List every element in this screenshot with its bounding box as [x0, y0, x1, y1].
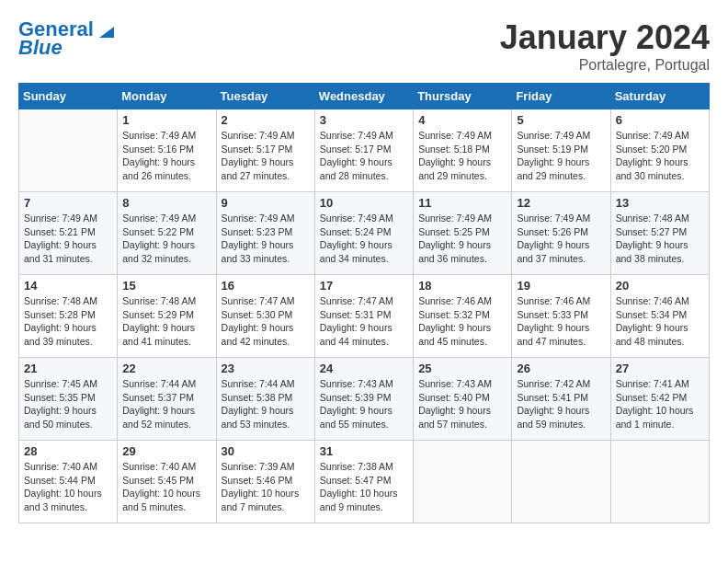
day-number: 18: [418, 279, 506, 293]
calendar-cell: 28Sunrise: 7:40 AMSunset: 5:44 PMDayligh…: [19, 441, 118, 523]
calendar-cell: 4Sunrise: 7:49 AMSunset: 5:18 PMDaylight…: [414, 109, 512, 192]
day-number: 25: [418, 362, 506, 375]
day-info: Sunrise: 7:47 AMSunset: 5:30 PMDaylight:…: [222, 294, 310, 349]
week-row-5: 28Sunrise: 7:40 AMSunset: 5:44 PMDayligh…: [19, 441, 710, 523]
calendar-cell: 15Sunrise: 7:48 AMSunset: 5:29 PMDayligh…: [118, 275, 216, 358]
logo: General Blue: [18, 18, 114, 59]
day-info: Sunrise: 7:46 AMSunset: 5:33 PMDaylight:…: [517, 294, 605, 349]
day-info: Sunrise: 7:40 AMSunset: 5:45 PMDaylight:…: [122, 460, 210, 514]
calendar-cell: 2Sunrise: 7:49 AMSunset: 5:17 PMDaylight…: [216, 109, 314, 192]
header-saturday: Saturday: [610, 84, 709, 109]
day-number: 16: [222, 279, 310, 293]
day-info: Sunrise: 7:49 AMSunset: 5:21 PMDaylight:…: [24, 212, 112, 266]
day-number: 12: [517, 196, 605, 210]
day-info: Sunrise: 7:43 AMSunset: 5:39 PMDaylight:…: [320, 377, 408, 431]
day-number: 8: [122, 196, 210, 210]
day-info: Sunrise: 7:49 AMSunset: 5:24 PMDaylight:…: [320, 212, 408, 266]
day-number: 29: [122, 444, 210, 458]
day-info: Sunrise: 7:49 AMSunset: 5:23 PMDaylight:…: [222, 212, 310, 266]
day-number: 31: [320, 444, 408, 458]
day-info: Sunrise: 7:48 AMSunset: 5:27 PMDaylight:…: [616, 212, 704, 266]
header-sunday: Sunday: [19, 84, 118, 109]
calendar-cell: 1Sunrise: 7:49 AMSunset: 5:16 PMDaylight…: [118, 109, 216, 192]
day-info: Sunrise: 7:49 AMSunset: 5:25 PMDaylight:…: [418, 212, 506, 266]
day-number: 5: [517, 113, 605, 127]
header-friday: Friday: [512, 84, 610, 109]
week-row-4: 21Sunrise: 7:45 AMSunset: 5:35 PMDayligh…: [19, 358, 710, 441]
day-number: 2: [222, 113, 310, 127]
calendar-cell: 22Sunrise: 7:44 AMSunset: 5:37 PMDayligh…: [118, 358, 216, 441]
day-info: Sunrise: 7:45 AMSunset: 5:35 PMDaylight:…: [24, 377, 112, 431]
day-info: Sunrise: 7:49 AMSunset: 5:17 PMDaylight:…: [320, 129, 408, 183]
calendar-cell: 9Sunrise: 7:49 AMSunset: 5:23 PMDaylight…: [216, 192, 314, 275]
day-info: Sunrise: 7:38 AMSunset: 5:47 PMDaylight:…: [320, 460, 408, 514]
day-number: 26: [517, 362, 605, 375]
calendar-cell: 31Sunrise: 7:38 AMSunset: 5:47 PMDayligh…: [314, 441, 413, 523]
calendar-cell: 20Sunrise: 7:46 AMSunset: 5:34 PMDayligh…: [610, 275, 709, 358]
day-info: Sunrise: 7:44 AMSunset: 5:37 PMDaylight:…: [122, 377, 210, 431]
day-number: 10: [320, 196, 408, 210]
calendar-cell: 8Sunrise: 7:49 AMSunset: 5:22 PMDaylight…: [118, 192, 216, 275]
day-info: Sunrise: 7:46 AMSunset: 5:32 PMDaylight:…: [418, 294, 506, 349]
day-info: Sunrise: 7:47 AMSunset: 5:31 PMDaylight:…: [320, 294, 408, 349]
calendar-cell: 27Sunrise: 7:41 AMSunset: 5:42 PMDayligh…: [610, 358, 709, 441]
calendar-cell: 12Sunrise: 7:49 AMSunset: 5:26 PMDayligh…: [512, 192, 610, 275]
page-header: General Blue January 2024 Portalegre, Po…: [18, 18, 710, 74]
day-info: Sunrise: 7:48 AMSunset: 5:29 PMDaylight:…: [122, 294, 210, 349]
day-number: 9: [222, 196, 310, 210]
week-row-2: 7Sunrise: 7:49 AMSunset: 5:21 PMDaylight…: [19, 192, 710, 275]
day-info: Sunrise: 7:42 AMSunset: 5:41 PMDaylight:…: [517, 377, 605, 431]
week-row-3: 14Sunrise: 7:48 AMSunset: 5:28 PMDayligh…: [19, 275, 710, 358]
month-title: January 2024: [500, 18, 710, 57]
day-number: 6: [616, 113, 704, 127]
calendar-cell: 14Sunrise: 7:48 AMSunset: 5:28 PMDayligh…: [19, 275, 118, 358]
calendar-cell: 29Sunrise: 7:40 AMSunset: 5:45 PMDayligh…: [118, 441, 216, 523]
calendar-header-row: SundayMondayTuesdayWednesdayThursdayFrid…: [19, 84, 710, 109]
day-info: Sunrise: 7:49 AMSunset: 5:18 PMDaylight:…: [418, 129, 506, 183]
calendar-cell: 30Sunrise: 7:39 AMSunset: 5:46 PMDayligh…: [216, 441, 314, 523]
calendar-cell: [512, 441, 610, 523]
day-number: 22: [122, 362, 210, 375]
day-info: Sunrise: 7:49 AMSunset: 5:19 PMDaylight:…: [517, 129, 605, 183]
location: Portalegre, Portugal: [500, 57, 710, 74]
day-number: 27: [616, 362, 704, 375]
day-number: 1: [122, 113, 210, 127]
calendar-cell: [19, 109, 118, 192]
calendar-table: SundayMondayTuesdayWednesdayThursdayFrid…: [18, 83, 710, 523]
calendar-cell: 3Sunrise: 7:49 AMSunset: 5:17 PMDaylight…: [314, 109, 413, 192]
calendar-cell: 19Sunrise: 7:46 AMSunset: 5:33 PMDayligh…: [512, 275, 610, 358]
day-info: Sunrise: 7:49 AMSunset: 5:17 PMDaylight:…: [222, 129, 310, 183]
day-info: Sunrise: 7:49 AMSunset: 5:20 PMDaylight:…: [616, 129, 704, 183]
day-info: Sunrise: 7:46 AMSunset: 5:34 PMDaylight:…: [616, 294, 704, 349]
day-info: Sunrise: 7:48 AMSunset: 5:28 PMDaylight:…: [24, 294, 112, 349]
day-number: 23: [222, 362, 310, 375]
day-info: Sunrise: 7:49 AMSunset: 5:16 PMDaylight:…: [122, 129, 210, 183]
header-wednesday: Wednesday: [314, 84, 413, 109]
calendar-cell: 10Sunrise: 7:49 AMSunset: 5:24 PMDayligh…: [314, 192, 413, 275]
day-info: Sunrise: 7:49 AMSunset: 5:26 PMDaylight:…: [517, 212, 605, 266]
day-info: Sunrise: 7:40 AMSunset: 5:44 PMDaylight:…: [24, 460, 112, 514]
day-info: Sunrise: 7:39 AMSunset: 5:46 PMDaylight:…: [222, 460, 310, 514]
calendar-cell: 26Sunrise: 7:42 AMSunset: 5:41 PMDayligh…: [512, 358, 610, 441]
calendar-cell: 25Sunrise: 7:43 AMSunset: 5:40 PMDayligh…: [414, 358, 512, 441]
logo-blue: Blue: [18, 37, 63, 59]
day-info: Sunrise: 7:44 AMSunset: 5:38 PMDaylight:…: [222, 377, 310, 431]
day-info: Sunrise: 7:41 AMSunset: 5:42 PMDaylight:…: [616, 377, 704, 431]
day-number: 20: [616, 279, 704, 293]
calendar-cell: 17Sunrise: 7:47 AMSunset: 5:31 PMDayligh…: [314, 275, 413, 358]
calendar-cell: 21Sunrise: 7:45 AMSunset: 5:35 PMDayligh…: [19, 358, 118, 441]
calendar-cell: 16Sunrise: 7:47 AMSunset: 5:30 PMDayligh…: [216, 275, 314, 358]
header-tuesday: Tuesday: [216, 84, 314, 109]
title-block: January 2024 Portalegre, Portugal: [500, 18, 710, 74]
day-info: Sunrise: 7:49 AMSunset: 5:22 PMDaylight:…: [122, 212, 210, 266]
calendar-cell: [610, 441, 709, 523]
day-number: 30: [222, 444, 310, 458]
day-number: 19: [517, 279, 605, 293]
calendar-cell: [414, 441, 512, 523]
header-thursday: Thursday: [414, 84, 512, 109]
day-number: 24: [320, 362, 408, 375]
day-number: 14: [24, 279, 112, 293]
calendar-cell: 5Sunrise: 7:49 AMSunset: 5:19 PMDaylight…: [512, 109, 610, 192]
calendar-cell: 13Sunrise: 7:48 AMSunset: 5:27 PMDayligh…: [610, 192, 709, 275]
calendar-cell: 11Sunrise: 7:49 AMSunset: 5:25 PMDayligh…: [414, 192, 512, 275]
